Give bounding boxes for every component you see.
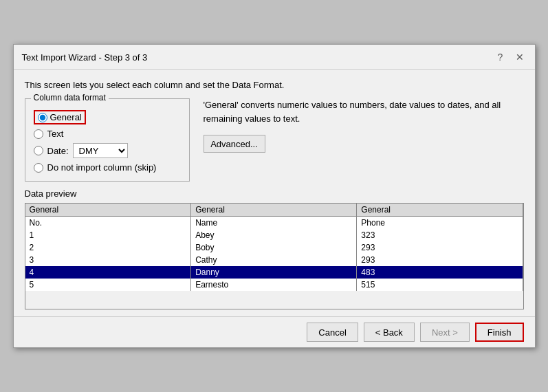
radio-general-item[interactable]: General bbox=[34, 110, 181, 124]
preview-container[interactable]: GeneralGeneralGeneralNo.NamePhone1Abey32… bbox=[25, 203, 524, 309]
preview-cell: 293 bbox=[357, 241, 523, 254]
title-bar-right: ? ✕ bbox=[494, 50, 527, 64]
table-row[interactable]: 2Boby293 bbox=[25, 241, 523, 254]
column-data-format-group: Column data format General Tex bbox=[25, 98, 190, 182]
radio-group: General Text Date: bbox=[34, 110, 181, 173]
preview-cell: 293 bbox=[357, 254, 523, 266]
preview-header-cell: General bbox=[25, 204, 191, 217]
cancel-button[interactable]: Cancel bbox=[307, 323, 358, 342]
preview-cell: 3 bbox=[25, 254, 191, 266]
preview-cell: 483 bbox=[357, 266, 523, 279]
preview-cell: 4 bbox=[25, 266, 191, 279]
general-highlight-box: General bbox=[34, 110, 86, 124]
back-button[interactable]: < Back bbox=[364, 323, 415, 342]
radio-general-input[interactable] bbox=[38, 113, 47, 122]
table-row[interactable]: No.NamePhone bbox=[25, 217, 523, 230]
radio-skip-label: Do not import column (skip) bbox=[47, 162, 157, 173]
radio-text-input[interactable] bbox=[34, 129, 43, 139]
close-button[interactable]: ✕ bbox=[513, 50, 527, 64]
preview-cell: 5 bbox=[25, 279, 191, 291]
radio-date-item: Date: DMY MDY YMD bbox=[34, 143, 181, 158]
preview-cell: 1 bbox=[25, 229, 191, 241]
help-button[interactable]: ? bbox=[494, 50, 507, 64]
preview-cell: Phone bbox=[357, 217, 523, 230]
description-text: This screen lets you select each column … bbox=[25, 80, 524, 90]
next-button[interactable]: Next > bbox=[420, 323, 470, 342]
radio-text-item[interactable]: Text bbox=[34, 129, 181, 139]
preview-cell: Cathy bbox=[191, 254, 357, 266]
right-panel: 'General' converts numeric values to num… bbox=[190, 98, 524, 182]
title-bar-left: Text Import Wizard - Step 3 of 3 bbox=[22, 52, 148, 63]
dialog-container: Text Import Wizard - Step 3 of 3 ? ✕ Thi… bbox=[13, 44, 536, 348]
preview-cell: No. bbox=[25, 217, 191, 230]
table-row[interactable]: 5Earnesto515 bbox=[25, 279, 523, 291]
radio-date-label: Date: bbox=[47, 146, 69, 156]
date-format-select[interactable]: DMY MDY YMD bbox=[73, 143, 128, 158]
table-row[interactable]: 3Cathy293 bbox=[25, 254, 523, 266]
table-row[interactable]: 1Abey323 bbox=[25, 229, 523, 241]
main-content: Column data format General Tex bbox=[25, 98, 524, 182]
radio-skip-item[interactable]: Do not import column (skip) bbox=[34, 162, 181, 173]
preview-cell: Name bbox=[191, 217, 357, 230]
preview-cell: Boby bbox=[191, 241, 357, 254]
preview-cell: Abey bbox=[191, 229, 357, 241]
radio-general-label: General bbox=[50, 112, 82, 122]
finish-button[interactable]: Finish bbox=[475, 323, 524, 342]
radio-skip-input[interactable] bbox=[34, 163, 43, 173]
table-row[interactable]: 4Danny483 bbox=[25, 266, 523, 279]
dialog-title: Text Import Wizard - Step 3 of 3 bbox=[22, 52, 148, 63]
left-panel: Column data format General Tex bbox=[25, 98, 190, 182]
preview-cell: 2 bbox=[25, 241, 191, 254]
preview-cell: 515 bbox=[357, 279, 523, 291]
preview-header-cell: General bbox=[191, 204, 357, 217]
advanced-button[interactable]: Advanced... bbox=[204, 135, 265, 153]
radio-text-label: Text bbox=[47, 129, 64, 139]
data-preview-label: Data preview bbox=[25, 188, 524, 199]
data-preview-section: Data preview GeneralGeneralGeneralNo.Nam… bbox=[25, 188, 524, 309]
general-description: 'General' converts numeric values to num… bbox=[204, 98, 524, 125]
radio-date-input[interactable] bbox=[34, 146, 43, 155]
preview-table: GeneralGeneralGeneralNo.NamePhone1Abey32… bbox=[25, 204, 523, 291]
title-bar: Text Import Wizard - Step 3 of 3 ? ✕ bbox=[14, 45, 535, 70]
preview-cell: 323 bbox=[357, 229, 523, 241]
dialog-footer: Cancel < Back Next > Finish bbox=[14, 316, 535, 347]
preview-cell: Danny bbox=[191, 266, 357, 279]
preview-scroll-area[interactable]: GeneralGeneralGeneralNo.NamePhone1Abey32… bbox=[25, 204, 523, 309]
dialog-body: This screen lets you select each column … bbox=[14, 70, 535, 316]
preview-header-cell: General bbox=[357, 204, 523, 217]
group-legend: Column data format bbox=[31, 93, 109, 102]
preview-cell: Earnesto bbox=[191, 279, 357, 291]
